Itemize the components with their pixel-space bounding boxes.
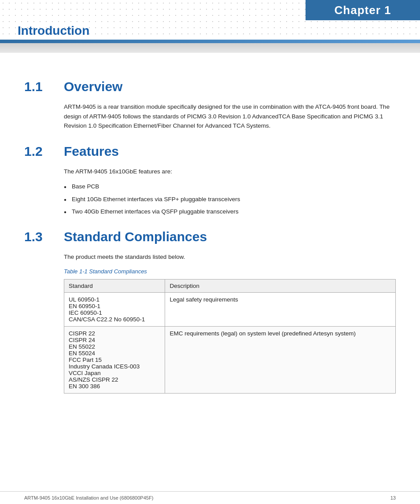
standard-cell-2: CISPR 22 CISPR 24 EN 55022 EN 55024 FCC … (64, 326, 165, 393)
section-1-2-title: Features (64, 144, 119, 159)
intro-title-bar: Introduction (0, 22, 420, 40)
section-1-1-body: ARTM-9405 is a rear transition module sp… (64, 102, 396, 131)
page-header: Chapter 1 Introduction (0, 0, 420, 40)
section-1-3-heading: 1.3 Standard Compliances (24, 229, 396, 244)
table-row: CISPR 22 CISPR 24 EN 55022 EN 55024 FCC … (64, 326, 396, 393)
table-header-row: Standard Description (64, 279, 396, 292)
list-item: Base PCB (64, 182, 396, 191)
compliance-table: Standard Description UL 60950-1 EN 60950… (64, 279, 396, 394)
table-row: UL 60950-1 EN 60950-1 IEC 60950-1 CAN/CS… (64, 292, 396, 326)
chapter-label: Chapter 1 (335, 4, 391, 17)
section-1-3-title: Standard Compliances (64, 229, 207, 244)
footer-left: ARTM-9405 16x10GbE Installation and Use … (24, 495, 153, 500)
description-cell-1: Legal safety requirements (165, 292, 396, 326)
blue-separator (0, 40, 420, 43)
page-title: Introduction (18, 24, 420, 38)
section-1-1-heading: 1.1 Overview (24, 79, 396, 94)
list-item: Two 40Gb Ethernet interfaces via QSFP pl… (64, 207, 396, 216)
standard-cell-1: UL 60950-1 EN 60950-1 IEC 60950-1 CAN/CS… (64, 292, 165, 326)
chapter-banner: Chapter 1 (306, 0, 420, 20)
table-caption: Table 1-1 Standard Compliances (64, 268, 396, 275)
section-1-3-body: The product meets the standards listed b… (64, 252, 396, 262)
section-1-3-number: 1.3 (24, 229, 64, 244)
main-content: 1.1 Overview ARTM-9405 is a rear transit… (0, 53, 420, 407)
section-1-2-number: 1.2 (24, 144, 64, 159)
description-cell-2: EMC requirements (legal) on system level… (165, 326, 396, 393)
list-item: Eight 10Gb Ethernet interfaces via SFP+ … (64, 195, 396, 204)
section-1-2-heading: 1.2 Features (24, 144, 396, 159)
section-1-1-title: Overview (64, 79, 122, 94)
col-standard: Standard (64, 279, 165, 292)
features-list: Base PCB Eight 10Gb Ethernet interfaces … (64, 182, 396, 216)
gray-bar (0, 43, 420, 53)
section-1-2-intro: The ARTM-9405 16x10GbE features are: (64, 167, 396, 177)
section-1-1-number: 1.1 (24, 79, 64, 94)
page-footer: ARTM-9405 16x10GbE Installation and Use … (0, 491, 420, 504)
footer-right: 13 (391, 495, 396, 500)
col-description: Description (165, 279, 396, 292)
